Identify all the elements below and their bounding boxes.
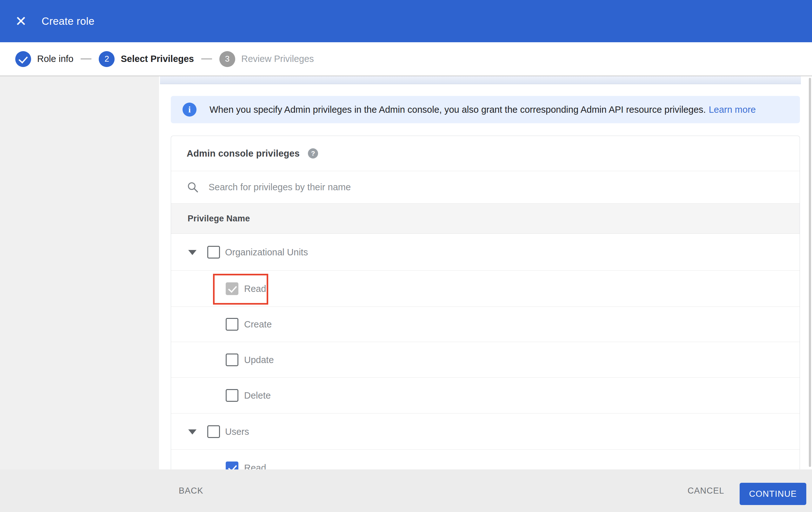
- privilege-row-users-read: Read: [171, 450, 800, 469]
- continue-button[interactable]: CONTINUE: [740, 483, 806, 505]
- checkbox-read[interactable]: [226, 282, 238, 295]
- privilege-row-read: Read: [171, 271, 800, 307]
- checkbox-users[interactable]: [207, 425, 220, 438]
- info-banner: i When you specify Admin privileges in t…: [171, 96, 800, 123]
- privilege-label: Organizational Units: [225, 247, 308, 257]
- table-header-row: Privilege Name: [171, 204, 800, 234]
- step-label: Review Privileges: [241, 54, 314, 64]
- privilege-row-update: Update: [171, 342, 800, 378]
- privilege-label: Update: [244, 354, 274, 365]
- step-connector: [201, 58, 212, 59]
- step-connector: [81, 58, 91, 59]
- step-label: Role info: [37, 54, 73, 64]
- collapse-triangle-icon[interactable]: [188, 250, 197, 255]
- step-review-privileges[interactable]: 3 Review Privileges: [219, 51, 314, 67]
- close-icon[interactable]: ✕: [14, 0, 28, 42]
- checkbox-update[interactable]: [226, 353, 238, 366]
- checkbox-organizational-units[interactable]: [207, 246, 220, 259]
- privilege-label: Create: [244, 319, 272, 330]
- step-complete-icon: [15, 51, 31, 67]
- cancel-button[interactable]: CANCEL: [688, 469, 724, 512]
- scrollbar-thumb[interactable]: [809, 78, 811, 467]
- search-icon: [187, 181, 199, 193]
- back-button[interactable]: BACK: [179, 469, 203, 512]
- privilege-row-create: Create: [171, 307, 800, 342]
- column-header-privilege-name: Privilege Name: [187, 214, 250, 224]
- search-row: [171, 171, 800, 204]
- privilege-label: Delete: [244, 390, 271, 401]
- content-area: i When you specify Admin privileges in t…: [159, 76, 812, 469]
- privilege-row-users: Users: [171, 413, 800, 450]
- privileges-card: Admin console privileges ? Privilege Nam…: [171, 136, 800, 469]
- checkbox-delete[interactable]: [226, 389, 238, 402]
- card-title: Admin console privileges: [187, 148, 300, 159]
- learn-more-link[interactable]: Learn more: [709, 105, 756, 115]
- privilege-label: Read: [244, 283, 266, 294]
- help-icon[interactable]: ?: [308, 148, 318, 159]
- step-number-badge: 3: [219, 51, 235, 67]
- privilege-label: Users: [225, 426, 249, 437]
- footer-action-bar: BACK CANCEL CONTINUE: [0, 469, 812, 512]
- privilege-search-input[interactable]: [208, 182, 685, 192]
- privilege-row-delete: Delete: [171, 378, 800, 413]
- step-label: Select Privileges: [121, 54, 194, 64]
- create-role-dialog: ✕ Create role Role info 2 Select Privile…: [0, 0, 812, 512]
- privilege-row-organizational-units: Organizational Units: [171, 234, 800, 271]
- checkbox-users-read[interactable]: [226, 461, 238, 469]
- page-title: Create role: [41, 0, 95, 42]
- scrolled-content-strip: [160, 76, 801, 84]
- dialog-header: ✕ Create role: [0, 0, 812, 42]
- checkbox-create[interactable]: [226, 318, 238, 331]
- left-sidebar: [0, 76, 159, 469]
- collapse-triangle-icon[interactable]: [188, 429, 197, 434]
- privilege-label: Read: [244, 463, 266, 470]
- info-icon: i: [182, 103, 197, 116]
- step-number-badge: 2: [99, 51, 115, 67]
- step-role-info[interactable]: Role info: [15, 51, 73, 67]
- banner-text: When you specify Admin privileges in the…: [209, 105, 706, 115]
- stepper: Role info 2 Select Privileges 3 Review P…: [0, 42, 812, 76]
- step-select-privileges[interactable]: 2 Select Privileges: [99, 51, 194, 67]
- card-title-row: Admin console privileges ?: [171, 136, 800, 171]
